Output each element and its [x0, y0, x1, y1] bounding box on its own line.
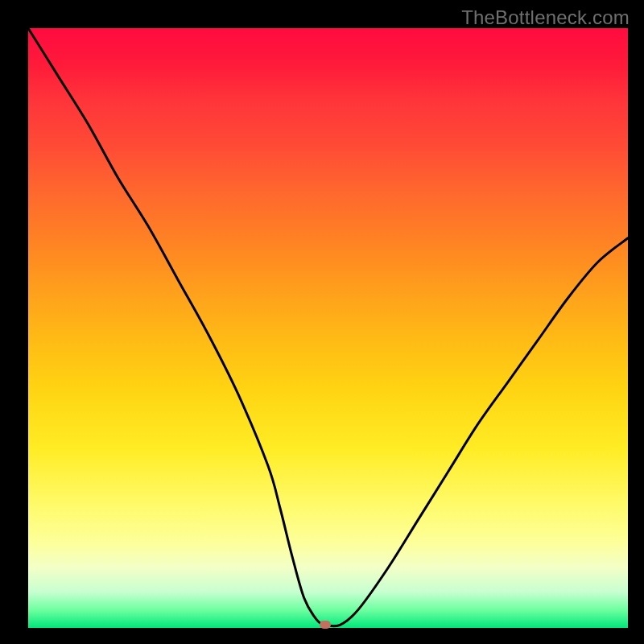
chart-frame: TheBottleneck.com — [0, 0, 644, 644]
bottleneck-curve — [28, 28, 628, 628]
watermark-text: TheBottleneck.com — [461, 6, 630, 29]
plot-area — [28, 28, 628, 628]
minimum-marker — [320, 621, 331, 629]
